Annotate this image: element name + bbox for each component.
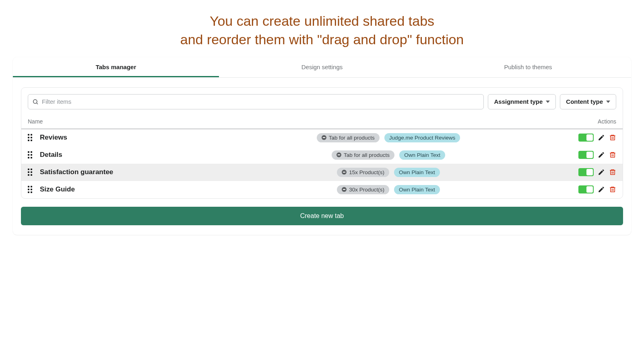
content-badge: Own Plain Text xyxy=(394,168,440,177)
svg-rect-2 xyxy=(611,136,615,140)
enable-toggle[interactable] xyxy=(578,168,594,176)
content-badge: Judge.me Product Reviews xyxy=(384,133,460,142)
button-label: Create new tab xyxy=(300,212,344,219)
content-badge: Own Plain Text xyxy=(399,150,445,160)
delete-icon[interactable] xyxy=(609,151,616,158)
search-input[interactable] xyxy=(42,98,479,105)
tab-label: Publish to themes xyxy=(504,64,552,70)
edit-icon[interactable] xyxy=(598,186,605,193)
drag-handle-icon[interactable] xyxy=(28,169,33,176)
table-row: Reviews Tab for all products Judge.me Pr… xyxy=(21,129,623,146)
svg-line-1 xyxy=(37,103,38,104)
chevron-down-icon xyxy=(606,101,610,103)
assignment-type-dropdown[interactable]: Assignment type xyxy=(488,94,556,109)
tab-tabs-manager[interactable]: Tabs manager xyxy=(13,57,219,77)
row-name: Details xyxy=(40,151,209,159)
search-icon xyxy=(32,99,39,105)
tabs-list-card: Assignment type Content type Name Action… xyxy=(21,87,623,199)
row-name: Satisfaction guarantee xyxy=(40,168,209,176)
edit-icon[interactable] xyxy=(598,134,605,141)
drag-handle-icon[interactable] xyxy=(28,186,33,193)
svg-rect-11 xyxy=(611,188,615,192)
create-new-tab-button[interactable]: Create new tab xyxy=(21,207,623,225)
assignment-text: 30x Product(s) xyxy=(349,187,384,193)
tab-label: Design settings xyxy=(301,64,343,70)
assignment-badge: 15x Product(s) xyxy=(337,168,389,177)
assignment-text: Tab for all products xyxy=(344,152,390,158)
tab-publish-to-themes[interactable]: Publish to themes xyxy=(425,57,631,77)
minus-circle-icon xyxy=(322,135,326,140)
minus-circle-icon xyxy=(342,187,347,192)
svg-rect-8 xyxy=(611,171,615,175)
table-row: Satisfaction guarantee 15x Product(s) Ow… xyxy=(21,164,623,181)
dropdown-label: Content type xyxy=(566,98,603,105)
assignment-text: 15x Product(s) xyxy=(349,169,384,175)
content-text: Judge.me Product Reviews xyxy=(389,135,455,141)
tab-label: Tabs manager xyxy=(96,64,136,70)
content-badge: Own Plain Text xyxy=(394,185,440,194)
chevron-down-icon xyxy=(546,101,550,103)
hero-line-1: You can create unlimited shared tabs xyxy=(210,13,434,29)
column-header-name: Name xyxy=(28,118,43,125)
tabs-header: Tabs manager Design settings Publish to … xyxy=(13,57,631,78)
enable-toggle[interactable] xyxy=(578,134,594,142)
content-text: Own Plain Text xyxy=(404,152,440,158)
hero-line-2: and reorder them with "drag and drop" fu… xyxy=(180,32,464,47)
minus-circle-icon xyxy=(342,170,347,175)
content-text: Own Plain Text xyxy=(399,169,435,175)
enable-toggle[interactable] xyxy=(578,185,594,193)
svg-rect-5 xyxy=(611,153,615,158)
row-name: Reviews xyxy=(40,134,209,142)
minus-circle-icon xyxy=(336,152,341,157)
delete-icon[interactable] xyxy=(609,186,616,193)
assignment-badge: Tab for all products xyxy=(332,150,394,160)
assignment-badge: 30x Product(s) xyxy=(337,185,389,194)
assignment-text: Tab for all products xyxy=(329,135,375,141)
svg-point-0 xyxy=(33,99,37,103)
drag-handle-icon[interactable] xyxy=(28,134,33,141)
delete-icon[interactable] xyxy=(609,169,616,176)
dropdown-label: Assignment type xyxy=(494,98,543,105)
row-name: Size Guide xyxy=(40,185,209,193)
column-header-actions: Actions xyxy=(598,118,616,125)
enable-toggle[interactable] xyxy=(578,151,594,159)
drag-handle-icon[interactable] xyxy=(28,151,33,158)
assignment-badge: Tab for all products xyxy=(317,133,380,142)
content-text: Own Plain Text xyxy=(399,187,435,193)
edit-icon[interactable] xyxy=(598,151,605,158)
search-input-wrapper[interactable] xyxy=(28,94,484,109)
content-type-dropdown[interactable]: Content type xyxy=(560,94,616,109)
main-panel: Tabs manager Design settings Publish to … xyxy=(13,57,631,235)
tab-design-settings[interactable]: Design settings xyxy=(219,57,425,77)
edit-icon[interactable] xyxy=(598,169,605,176)
table-row: Size Guide 30x Product(s) Own Plain Text xyxy=(21,181,623,198)
hero-heading: You can create unlimited shared tabs and… xyxy=(0,0,644,57)
delete-icon[interactable] xyxy=(609,134,616,141)
table-row: Details Tab for all products Own Plain T… xyxy=(21,146,623,164)
